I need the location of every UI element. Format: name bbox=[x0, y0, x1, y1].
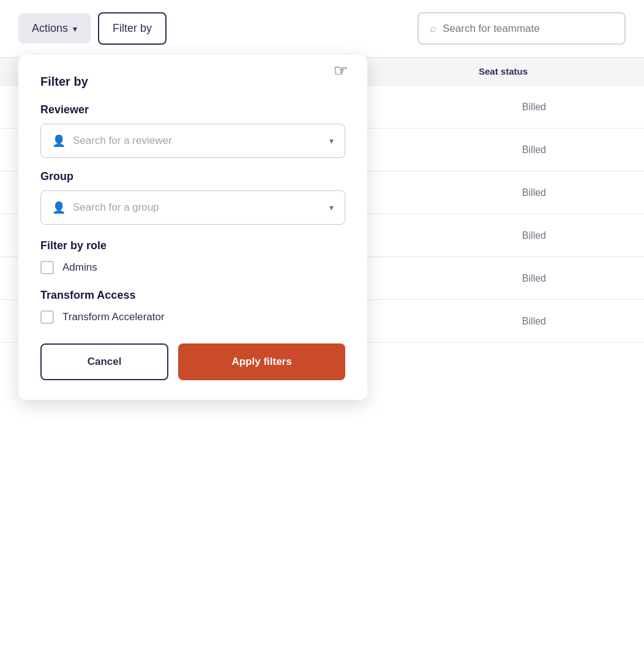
seat-status-cell: Billed bbox=[522, 316, 546, 327]
group-dropdown[interactable]: 👤 Search for a group ▾ bbox=[40, 190, 345, 225]
filter-by-role-label: Filter by role bbox=[40, 239, 345, 252]
filter-actions: Cancel Apply filters bbox=[40, 343, 345, 380]
filter-panel-title: Filter by bbox=[40, 75, 345, 89]
seat-status-cell: Billed bbox=[522, 144, 546, 156]
admins-checkbox[interactable] bbox=[40, 261, 54, 274]
group-chevron-icon: ▾ bbox=[329, 203, 334, 212]
transform-accelerator-checkbox-row: Transform Accelerator bbox=[40, 310, 345, 324]
search-teammate-input[interactable] bbox=[443, 23, 613, 35]
seat-status-cell: Billed bbox=[522, 187, 546, 198]
filter-by-button[interactable]: Filter by bbox=[98, 12, 167, 45]
reviewer-dropdown[interactable]: 👤 Search for a reviewer ▾ bbox=[40, 124, 345, 158]
apply-filters-button[interactable]: Apply filters bbox=[178, 343, 345, 380]
seat-status-cell: Billed bbox=[522, 230, 546, 241]
group-placeholder: Search for a group bbox=[73, 201, 322, 214]
actions-button[interactable]: Actions ▾ bbox=[18, 13, 91, 43]
actions-label: Actions bbox=[32, 22, 68, 35]
group-label: Group bbox=[40, 170, 345, 183]
filter-panel: Filter by Reviewer 👤 Search for a review… bbox=[18, 55, 367, 400]
transform-accelerator-label: Transform Accelerator bbox=[62, 311, 165, 323]
transform-access-label: Transform Access bbox=[40, 289, 345, 302]
page-wrapper: Actions ▾ Filter by ⌕ Seat status Billed… bbox=[0, 0, 644, 671]
group-person-icon: 👤 bbox=[52, 201, 66, 214]
cancel-button[interactable]: Cancel bbox=[40, 343, 168, 380]
filter-by-label: Filter by bbox=[113, 22, 152, 35]
search-icon: ⌕ bbox=[430, 22, 436, 35]
reviewer-placeholder: Search for a reviewer bbox=[73, 135, 322, 147]
actions-chevron-icon: ▾ bbox=[73, 24, 77, 34]
reviewer-chevron-icon: ▾ bbox=[329, 136, 334, 146]
seat-status-cell: Billed bbox=[522, 102, 546, 113]
seat-status-header: Seat status bbox=[479, 66, 528, 77]
transform-accelerator-checkbox[interactable] bbox=[40, 310, 54, 324]
toolbar: Actions ▾ Filter by ⌕ bbox=[0, 0, 644, 58]
admins-label: Admins bbox=[62, 261, 97, 274]
seat-status-cell: Billed bbox=[522, 273, 546, 284]
admins-checkbox-row: Admins bbox=[40, 261, 345, 274]
reviewer-person-icon: 👤 bbox=[52, 134, 66, 148]
reviewer-label: Reviewer bbox=[40, 103, 345, 116]
search-teammate-field[interactable]: ⌕ bbox=[417, 12, 626, 45]
